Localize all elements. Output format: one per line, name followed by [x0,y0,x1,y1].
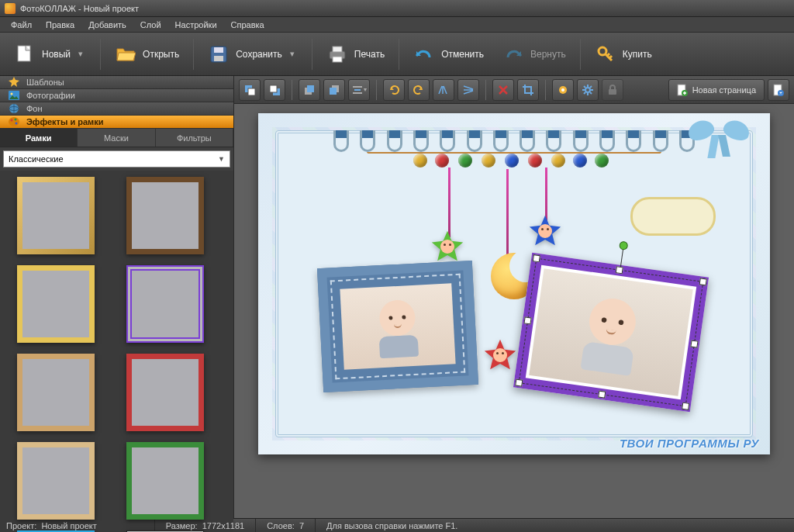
frame-thumb[interactable] [17,442,95,520]
svg-rect-23 [330,88,337,95]
dropdown-icon: ▾ [78,49,86,59]
resize-handle[interactable] [616,266,623,274]
undo-icon [413,43,435,65]
baby-photo [368,294,427,359]
svg-rect-2 [214,47,223,53]
sidebar-item-photos[interactable]: Фотографии [0,89,233,102]
crop-icon[interactable] [517,79,539,101]
resize-handle[interactable] [533,254,540,262]
svg-rect-19 [270,85,277,92]
svg-rect-26 [353,92,362,94]
bead [505,154,519,168]
page-add-icon [677,84,688,96]
new-button[interactable]: Новый ▾ [6,38,94,71]
menu-help[interactable]: Справка [225,19,271,31]
frame-thumb[interactable] [126,442,204,520]
frame-thumb[interactable] [126,177,204,254]
sidebar-item-background[interactable]: Фон [0,102,233,116]
flip-vertical-icon[interactable] [457,79,479,101]
globe-icon [8,102,20,115]
print-button[interactable]: Печать [319,38,392,71]
frame-thumb[interactable] [17,265,95,343]
chevron-down-icon: ▼ [218,155,225,163]
delete-icon[interactable] [492,79,514,101]
undo-button[interactable]: Отменить [406,38,492,71]
frame-thumbnails[interactable] [0,171,233,532]
settings-gear-icon[interactable] [577,79,599,101]
menu-settings[interactable]: Настройки [169,19,223,31]
resize-handle[interactable] [515,379,523,387]
svg-rect-30 [609,89,616,95]
bow-decoration [688,121,750,160]
effects-icon[interactable] [552,79,574,101]
lock-icon[interactable] [602,79,623,101]
app-icon [5,3,16,14]
flip-horizontal-icon[interactable] [433,79,454,101]
canvas-toolbar: ▾ Новая страница [234,76,794,104]
redo-icon [502,43,524,65]
main-toolbar: Новый ▾ Открыть Сохранить ▾ Печать Отмен… [0,33,794,76]
canvas-area: ▾ Новая страница [234,76,794,518]
green-star [430,230,464,264]
frame-thumb[interactable] [17,177,95,254]
svg-point-29 [585,88,590,92]
svg-point-9 [11,93,13,95]
svg-rect-3 [214,56,223,61]
svg-point-15 [16,123,18,125]
resize-handle[interactable] [598,391,606,399]
rotate-right-icon[interactable] [408,79,430,101]
menu-add[interactable]: Добавить [82,19,133,31]
bead [482,154,495,168]
new-page-button[interactable]: Новая страница [668,79,765,101]
layer-up-icon[interactable] [299,79,320,101]
sidebar-item-templates[interactable]: Шаблоны [0,76,233,89]
subtab-masks[interactable]: Маски [78,129,155,147]
label-tag [630,197,716,236]
svg-rect-21 [307,85,314,92]
svg-rect-6 [333,57,342,62]
send-back-icon[interactable] [264,79,285,101]
canvas-viewport[interactable]: ТВОИ ПРОГРАММЫ РУ [234,104,794,518]
rotate-left-icon[interactable] [383,79,405,101]
photo-icon [8,89,20,102]
frame-category-combo[interactable]: Классические ▼ [3,150,230,168]
page-settings-icon[interactable] [768,79,789,101]
svg-point-14 [15,119,17,121]
titlebar: ФотоКОЛЛАЖ - Новый проект [0,0,794,17]
palette-icon [8,116,20,128]
menubar: Файл Правка Добавить Слой Настройки Спра… [0,17,794,33]
svg-point-13 [11,119,13,122]
svg-rect-0 [18,46,30,61]
resize-handle[interactable] [524,316,532,324]
layer-down-icon[interactable] [323,79,345,101]
redo-button[interactable]: Вернуть [495,38,574,71]
photo-frame-2-selected[interactable] [513,253,709,412]
open-button[interactable]: Открыть [107,38,187,71]
resize-handle[interactable] [699,278,707,285]
svg-rect-5 [333,47,342,52]
subtab-filters[interactable]: Фильтры [156,129,233,147]
svg-rect-25 [354,89,361,91]
new-file-icon [14,43,36,65]
frame-thumb[interactable] [126,354,204,431]
align-center-icon[interactable]: ▾ [348,79,370,101]
menu-file[interactable]: Файл [5,19,38,31]
collage-page[interactable]: ТВОИ ПРОГРАММЫ РУ [258,113,770,454]
subtab-frames[interactable]: Рамки [0,129,78,147]
bead [458,154,472,168]
folder-open-icon [115,43,136,65]
sidebar-item-effects[interactable]: Эффекты и рамки [0,116,233,129]
window-title: ФотоКОЛЛАЖ - Новый проект [20,4,139,13]
resize-handle[interactable] [682,402,689,410]
svg-rect-17 [248,88,255,95]
photo-frame-1[interactable] [317,261,478,392]
menu-layer[interactable]: Слой [134,19,167,31]
resize-handle[interactable] [690,340,698,347]
frame-thumb[interactable] [17,354,95,431]
bead [595,154,609,168]
save-button[interactable]: Сохранить ▾ [200,38,306,71]
bring-front-icon[interactable] [239,79,261,101]
menu-edit[interactable]: Правка [40,19,81,31]
buy-button[interactable]: Купить [587,38,660,71]
frame-thumb[interactable] [126,265,204,343]
